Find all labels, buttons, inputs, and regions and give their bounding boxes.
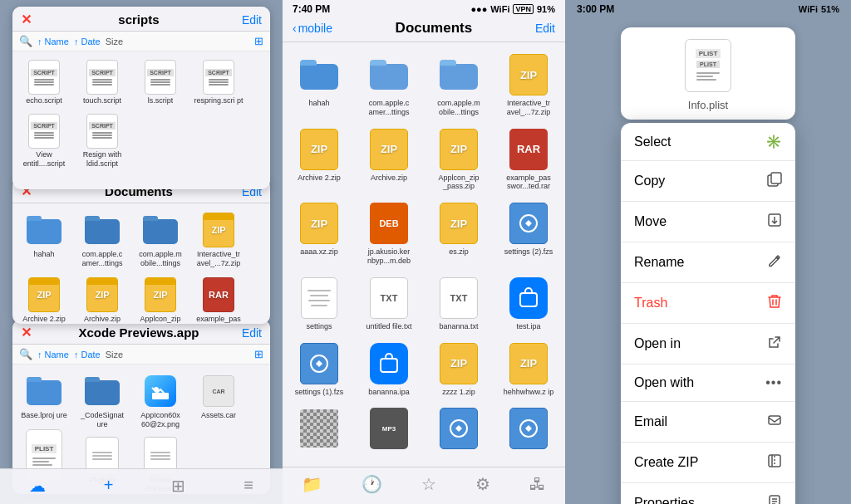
menu-item-email[interactable]: Email xyxy=(621,402,795,443)
list-item[interactable]: untitled file.txt xyxy=(356,272,422,335)
list-item[interactable] xyxy=(286,403,352,456)
recent-icon[interactable]: 🕐 xyxy=(362,474,382,494)
list-item[interactable]: Applcon_zip _pass.zip xyxy=(132,273,189,324)
list-item[interactable]: ZIP hehhwhww.z ip xyxy=(495,338,562,400)
context-menu-container: PLIST Info.plist Select ✳️ Copy xyxy=(621,27,795,504)
list-item[interactable]: ZIP es.zip xyxy=(426,198,492,269)
list-item[interactable]: com.apple.c amer...ttings xyxy=(74,208,130,272)
sort-date-xcode[interactable]: ↑ Date xyxy=(74,350,101,360)
menu-item-trash[interactable]: Trash xyxy=(621,283,795,324)
list-item[interactable] xyxy=(495,403,562,456)
list-item[interactable]: hahah xyxy=(16,208,72,272)
list-item[interactable]: View entitl....script xyxy=(16,110,72,172)
file-label: com.apple.c amer...ttings xyxy=(76,250,129,268)
cloud-icon[interactable]: ☁ xyxy=(29,476,46,496)
list-item[interactable]: Archive 2.zip xyxy=(16,273,72,324)
favorites-icon[interactable]: ☆ xyxy=(421,474,436,494)
move-icon xyxy=(767,213,782,231)
list-item[interactable]: hahah xyxy=(286,49,352,120)
list-item[interactable]: CAR Assets.car xyxy=(190,369,247,433)
file-label: AppIcon60x 60@2x.png xyxy=(134,411,187,429)
file-label: Archive.zip xyxy=(84,315,121,324)
list-item[interactable]: RAR example_pas swor...ted.rar xyxy=(495,124,562,195)
list-item[interactable]: com.apple.c amer...ttings xyxy=(356,49,422,120)
edit-button-scripts[interactable]: Edit xyxy=(242,13,262,27)
zip-icon xyxy=(142,276,179,313)
grid-icon-scripts[interactable]: ⊞ xyxy=(254,35,263,47)
menu-item-label-select: Select xyxy=(634,135,671,149)
menu-item-properties[interactable]: Properties xyxy=(621,483,795,504)
list-item[interactable]: ls.script xyxy=(132,56,189,109)
list-item[interactable]: Resign with ldid.script xyxy=(74,110,130,172)
properties-icon xyxy=(767,494,782,504)
sort-size-xcode[interactable]: Size xyxy=(106,350,123,360)
menu-item-select[interactable]: Select ✳️ xyxy=(621,123,795,161)
list-item[interactable]: ZIP Archive 2.zip xyxy=(286,124,352,195)
folder-icon xyxy=(142,212,179,248)
list-item[interactable]: test.ipa xyxy=(495,272,562,335)
close-button-scripts[interactable]: ✕ xyxy=(21,12,36,27)
list-item[interactable]: AppIcon60x 60@2x.png xyxy=(132,369,189,433)
list-item[interactable]: respring.scri pt xyxy=(190,56,247,109)
list-item[interactable]: _CodeSignat ure xyxy=(74,369,130,433)
menu-item-move[interactable]: Move xyxy=(621,202,795,242)
search-icon-scripts[interactable]: 🔍 xyxy=(19,35,32,47)
documents-card: ✕ Documents Edit hahah com.apple.c amer.… xyxy=(12,179,270,324)
remote-icon[interactable]: 🖧 xyxy=(529,475,546,494)
local-storage-icon[interactable]: 📁 xyxy=(302,474,322,494)
list-item[interactable]: com.apple.m obile...ttings xyxy=(426,49,492,120)
status-right-right: WiFi 51% xyxy=(799,3,839,15)
grid-icon-xcode[interactable]: ⊞ xyxy=(254,348,263,360)
list-item[interactable]: ZIP Archive.zip xyxy=(356,124,422,195)
menu-item-copy[interactable]: Copy xyxy=(621,161,795,202)
list-item[interactable]: bananna.ipa xyxy=(356,338,422,400)
menu-item-rename[interactable]: Rename xyxy=(621,242,795,283)
list-item[interactable]: echo.script xyxy=(16,56,72,109)
sort-size-scripts[interactable]: Size xyxy=(106,37,123,46)
list-item[interactable] xyxy=(426,403,492,456)
sort-date-scripts[interactable]: ↑ Date xyxy=(74,37,101,46)
scripts-toolbar: 🔍 ↑ Name ↑ Date Size ⊞ xyxy=(12,32,270,51)
list-item[interactable]: touch.script xyxy=(74,56,130,109)
list-view-icon[interactable]: ≡ xyxy=(243,476,253,496)
list-item[interactable]: example_pas swor...ted.rar xyxy=(190,273,247,324)
edit-button-xcode[interactable]: Edit xyxy=(242,326,262,340)
list-item[interactable]: ZIP zzzz 1.zip xyxy=(426,338,492,400)
list-item[interactable]: settings (2).fzs xyxy=(495,198,562,269)
file-preview-name: Info.plist xyxy=(688,99,728,111)
file-label: ls.script xyxy=(148,96,174,105)
sort-name-xcode[interactable]: ↑ Name xyxy=(37,350,69,360)
add-icon[interactable]: + xyxy=(104,476,114,496)
list-item[interactable]: Archive.zip xyxy=(74,273,130,324)
back-button-middle[interactable]: ‹ mobile xyxy=(293,22,332,35)
list-item[interactable]: MP3 xyxy=(356,403,422,456)
list-item[interactable]: settings (1).fzs xyxy=(286,338,352,400)
edit-button-middle[interactable]: Edit xyxy=(535,22,555,35)
zip-icon xyxy=(84,276,121,313)
list-item[interactable]: ZIP aaaa.xz.zip xyxy=(286,198,352,269)
scripts-card-title: scripts xyxy=(36,12,242,27)
list-item[interactable]: settings xyxy=(286,272,352,335)
sort-name-scripts[interactable]: ↑ Name xyxy=(37,37,69,46)
menu-item-open-in[interactable]: Open in xyxy=(621,324,795,365)
left-bottom-bar: ☁ + ⊞ ≡ xyxy=(0,468,283,504)
open-in-icon xyxy=(767,335,782,353)
list-item[interactable]: DEB jp.akusio.ker nbyp...m.deb xyxy=(356,198,422,269)
rar-icon: RAR xyxy=(506,127,551,172)
close-button-xcode[interactable]: ✕ xyxy=(21,325,36,340)
list-item[interactable]: Base.lproj ure xyxy=(16,369,72,433)
list-item[interactable]: ZIP Applcon_zip _pass.zip xyxy=(426,124,492,195)
list-item[interactable]: com.apple.m obile...ttings xyxy=(132,208,189,272)
settings-icon[interactable]: ⚙ xyxy=(475,474,490,494)
file-label: _CodeSignat ure xyxy=(76,411,129,429)
list-item[interactable]: Interactive_tr avel_...7z.zip xyxy=(190,208,247,272)
grid-view-icon[interactable]: ⊞ xyxy=(171,476,185,496)
menu-item-open-with[interactable]: Open with ••• xyxy=(621,365,795,402)
doc-icon xyxy=(297,276,342,321)
phone-frame: 7:40 PM ●●● WiFi VPN 91% ‹ mobile Docume… xyxy=(283,0,565,504)
list-item[interactable]: bananna.txt xyxy=(426,272,492,335)
list-item[interactable]: ZIP Interactive_tr avel_...7z.zip xyxy=(495,49,562,120)
menu-item-label-create-zip: Create ZIP xyxy=(634,455,698,470)
menu-item-create-zip[interactable]: Create ZIP xyxy=(621,443,795,483)
search-icon-xcode[interactable]: 🔍 xyxy=(19,348,32,360)
